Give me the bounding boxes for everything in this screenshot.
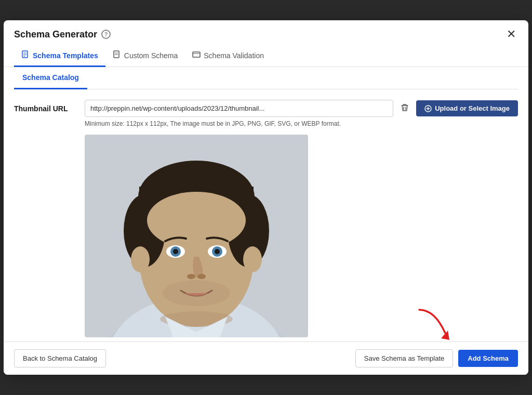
url-input-row: Upload or Select Image [85, 100, 518, 117]
svg-point-28 [187, 274, 195, 279]
clear-url-button[interactable] [397, 100, 412, 117]
save-template-label: Save Schema as Template [364, 354, 444, 362]
tab-custom-schema[interactable]: Custom Schema [105, 45, 185, 67]
svg-point-29 [197, 274, 206, 279]
svg-point-32 [131, 246, 150, 272]
back-button-label: Back to Schema Catalog [23, 354, 97, 362]
thumbnail-label: Thumbnail URL [14, 100, 76, 113]
person-image-preview [85, 135, 308, 337]
main-tabs: Schema Templates Custom Schema [4, 45, 528, 67]
modal-header: Schema Generator ? ✕ [4, 20, 528, 40]
add-schema-label: Add Schema [468, 354, 509, 362]
sub-tab-schema-catalog-label: Schema Catalog [22, 73, 79, 82]
svg-point-27 [215, 249, 220, 254]
upload-select-image-button[interactable]: Upload or Select Image [416, 100, 518, 116]
modal-overlay: Schema Generator ? ✕ Schema Templates [0, 0, 532, 395]
image-preview-container [85, 130, 518, 337]
sub-tab-schema-catalog[interactable]: Schema Catalog [14, 67, 87, 89]
svg-rect-7 [193, 52, 200, 57]
title-row: Schema Generator ? [14, 29, 111, 40]
tab-schema-validation-label: Schema Validation [204, 51, 264, 60]
svg-point-24 [173, 249, 178, 254]
schema-generator-modal: Schema Generator ? ✕ Schema Templates [4, 20, 528, 375]
close-button[interactable]: ✕ [504, 29, 518, 40]
thumbnail-hint: Minimum size: 112px x 112px, The image m… [85, 120, 518, 127]
tab-schema-validation[interactable]: Schema Validation [185, 45, 271, 67]
schema-templates-icon [21, 50, 30, 60]
back-to-catalog-button[interactable]: Back to Schema Catalog [14, 349, 106, 367]
modal-title: Schema Generator [14, 29, 97, 40]
svg-point-33 [243, 246, 262, 272]
thumbnail-field-row: Thumbnail URL [14, 100, 518, 337]
tab-schema-templates[interactable]: Schema Templates [14, 45, 105, 67]
tab-custom-schema-label: Custom Schema [124, 51, 178, 60]
custom-schema-icon [113, 50, 121, 60]
upload-button-label: Upload or Select Image [435, 104, 510, 112]
sub-tabs: Schema Catalog [14, 67, 518, 89]
save-template-button[interactable]: Save Schema as Template [355, 349, 453, 367]
svg-point-31 [163, 280, 230, 306]
thumbnail-controls: Upload or Select Image Minimum size: 112… [85, 100, 518, 337]
help-icon[interactable]: ? [101, 30, 111, 39]
tab-schema-templates-label: Schema Templates [33, 51, 98, 60]
schema-validation-icon [192, 50, 201, 60]
add-schema-button[interactable]: Add Schema [458, 350, 518, 367]
svg-point-21 [147, 192, 246, 249]
modal-body: Schema Catalog Thumbnail URL [4, 67, 528, 341]
footer-right-actions: Save Schema as Template Add Schema [355, 349, 518, 367]
thumbnail-url-input[interactable] [85, 100, 393, 117]
modal-footer: Back to Schema Catalog Save Schema as Te… [4, 341, 528, 375]
